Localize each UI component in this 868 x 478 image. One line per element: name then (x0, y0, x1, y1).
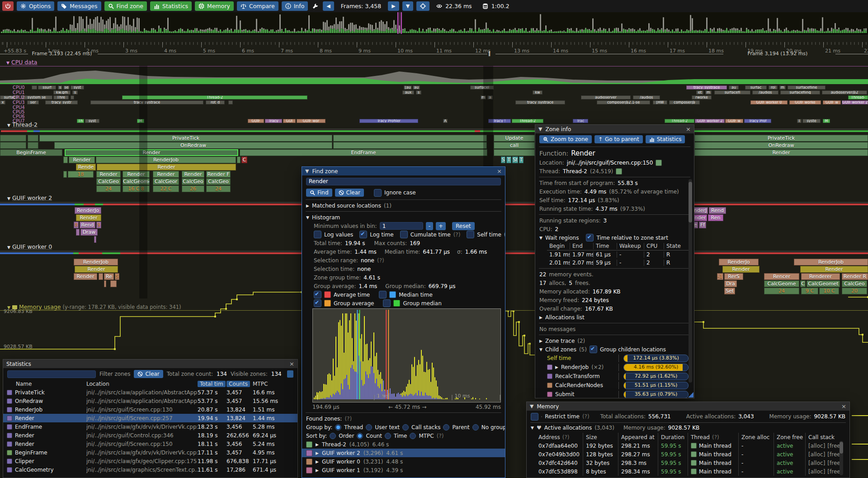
section-header-cpu-data[interactable]: ▼ CPU data (6, 59, 37, 66)
timeline-zone[interactable] (333, 142, 487, 149)
group-by-radio[interactable] (335, 424, 341, 431)
child-zone-name[interactable]: RenderJob (561, 364, 589, 370)
sort-by-option[interactable]: Count (366, 433, 382, 439)
timeline-zone[interactable]: C (241, 156, 247, 163)
group-by-radio[interactable] (472, 424, 479, 431)
alloc-address[interactable]: 0x7dfaa64e00 (536, 441, 583, 450)
group-thread-name[interactable]: GUIF worker 2 (322, 450, 360, 456)
cpu-zone[interactable]: Thread-2 (122, 95, 307, 99)
allocation-row[interactable]: 0x7dfc53d8988 bytes298.34 ms59.95 sMain … (527, 467, 849, 476)
close-icon[interactable]: × (497, 168, 502, 175)
timeline-zone[interactable]: 24 (96, 185, 121, 192)
cpu-zone[interactable]: surfacefl (714, 90, 750, 95)
collapse-icon[interactable]: ▼ (305, 169, 309, 174)
collapse-icon[interactable]: ▼ (7, 123, 10, 128)
timeline-zone[interactable]: 22 C (153, 185, 179, 192)
collapse-icon[interactable]: ▼ (539, 236, 542, 240)
memory-button[interactable]: Memory (195, 1, 234, 11)
next-frame-button[interactable]: ▶ (388, 1, 399, 11)
cpu-zone[interactable]: s (416, 90, 421, 95)
timeline-zone[interactable]: Render (75, 266, 118, 273)
cpu-zone[interactable]: GUIF w (823, 100, 841, 104)
sort-by-option[interactable]: Order (339, 433, 354, 439)
time-relative-checkbox[interactable] (586, 234, 594, 241)
sort-by-option[interactable]: MTPC (419, 433, 434, 439)
zone-name[interactable]: Render (15, 432, 34, 439)
group-by-option[interactable]: No groupin (481, 424, 505, 431)
timeline-zone[interactable]: Update (494, 135, 535, 142)
zone-name[interactable]: PrivateTick (15, 389, 45, 396)
section-header-memory-usage[interactable]: ▼ Memory usage (y-range: 178.27 KB, visi… (7, 303, 181, 310)
alloc-address[interactable]: 0x7e049b3d00 (536, 450, 583, 459)
column-name[interactable]: Name (7, 381, 86, 387)
group-thread-name[interactable]: GUIF worker 0 (322, 459, 360, 465)
clear-filter-button[interactable]: Clear (134, 370, 163, 378)
table-row[interactable]: BeginFramejni/../jni/src/claw/gfx/drv/vk… (3, 448, 297, 457)
table-row[interactable]: Renderjni/../jni/src/guif/Screen.cpp:150… (3, 440, 297, 448)
memory-titlebar[interactable]: ▼ Memory × (527, 402, 849, 411)
cpu-zone[interactable]: syste (802, 119, 821, 123)
filter-zones-input[interactable] (7, 370, 96, 378)
cpu-zone[interactable]: kw.gm (53, 90, 71, 95)
close-icon[interactable]: × (686, 126, 691, 133)
group-by-option[interactable]: Call stacks (411, 424, 440, 431)
timeline-zone[interactable]: Render (97, 164, 236, 170)
timeline-zone[interactable] (0, 142, 26, 149)
help-icon[interactable]: (?) (377, 257, 384, 264)
find-zone-titlebar[interactable]: ▼ Find zone × (302, 167, 505, 175)
group-by-radio[interactable] (366, 424, 372, 431)
cpu-zone[interactable]: surfac (745, 85, 767, 90)
timeline-zone[interactable]: CalcGeomet (807, 280, 840, 287)
cpu-zone[interactable]: [au (404, 85, 412, 90)
timeline-zone[interactable]: Re (104, 273, 114, 280)
restrict-time-checkbox[interactable] (531, 413, 538, 421)
cpu-zone[interactable]: m (705, 90, 712, 95)
group-by-option[interactable]: Parent (452, 424, 469, 431)
timeline-zone[interactable]: Set (724, 288, 735, 294)
zone-name[interactable]: EndFrame (15, 424, 42, 430)
timeline-zone[interactable]: RenderJob (96, 156, 236, 163)
cpu-zone[interactable]: au (729, 85, 739, 90)
active-allocations-section-label[interactable]: Active allocations (544, 425, 592, 431)
cpu-zone[interactable]: M (823, 119, 830, 123)
table-row[interactable]: EndFramejni/../jni/src/claw/gfx/drv/vk/D… (3, 422, 297, 431)
column-mtpc[interactable]: MTPC (253, 381, 297, 387)
timeline-zone[interactable] (63, 156, 68, 163)
log-time-checkbox[interactable] (359, 231, 367, 238)
cpu-zone[interactable]: GUIF worker 0 (750, 100, 788, 104)
child-zone-row[interactable]: ▶RenderJob(×2)4.16 ms (92.60%) (535, 363, 694, 372)
child-zone-name[interactable]: CalcRenderNodes (555, 382, 603, 388)
cpu-zone[interactable]: m (779, 85, 786, 90)
zone-name[interactable]: RenderJob (15, 407, 42, 413)
collapse-icon[interactable]: ▼ (530, 404, 533, 409)
table-row[interactable]: Renderjni/../jni/src/guif/Control.cpp:34… (3, 431, 297, 440)
legend-checkbox[interactable] (314, 299, 321, 307)
timeline-zone[interactable]: Rend (80, 222, 95, 228)
cpu-zone[interactable]: audioserver@2 (822, 90, 867, 95)
group-children-checkbox[interactable] (590, 345, 597, 353)
cpu-zone[interactable]: composer@2.1-se (597, 100, 650, 104)
cpu-zone[interactable]: GUIF worker 2 (695, 119, 725, 123)
ignore-case-checkbox[interactable] (374, 189, 382, 197)
location-value[interactable]: jni/../jni/src/guif/Screen.cpp:150 (567, 160, 653, 166)
help-icon[interactable]: (?) (437, 433, 444, 439)
cpu-zone[interactable]: GUIF worker 2 (842, 100, 868, 104)
find-zone-histogram[interactable]: 1 ms10 ms (312, 308, 501, 402)
timeline-zone[interactable]: PrivateTick (694, 135, 868, 142)
cpu-zone[interactable] (32, 85, 37, 90)
timeline-zone[interactable] (494, 149, 535, 156)
cpu-zone[interactable]: composer@ (669, 100, 700, 104)
help-icon[interactable]: (?) (344, 416, 352, 422)
cpu-zone[interactable]: system se (21, 95, 52, 99)
cpu-zone[interactable]: Tracy (265, 119, 282, 123)
expand-icon[interactable]: ▶ (316, 451, 319, 455)
min-bin-decrease-button[interactable]: - (426, 222, 433, 230)
cpu-zone[interactable]: rot_d (206, 100, 225, 104)
cpu-zone[interactable]: [HW (653, 100, 667, 104)
table-row[interactable]: PrivateTickjni/../jni/src/claw/applicati… (3, 388, 297, 397)
cpu-zone[interactable]: I (797, 119, 802, 123)
cpu-zone[interactable]: Thre (53, 95, 69, 99)
timeline-zone[interactable]: Rencer (764, 273, 799, 280)
section-header-guif-worker-0[interactable]: ▼ GUIF worker 0 (7, 243, 52, 250)
goto-frame-button[interactable]: ▼ (402, 1, 413, 11)
